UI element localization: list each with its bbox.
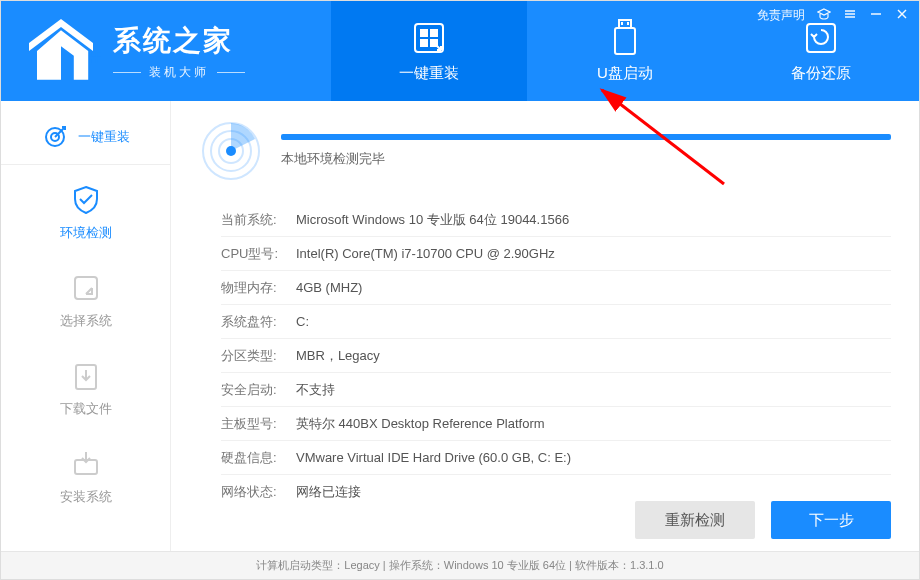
info-row: 安全启动:不支持 — [221, 373, 891, 407]
svg-rect-8 — [430, 29, 438, 37]
info-row: 分区类型:MBR，Legacy — [221, 339, 891, 373]
tab-label: 备份还原 — [791, 64, 851, 83]
progress-row: 本地环境检测完毕 — [199, 119, 891, 183]
svg-rect-24 — [75, 277, 97, 299]
app-window: 系统之家 装机大师 一键重装 U盘启动 — [0, 0, 920, 580]
sidebar-item-label: 安装系统 — [60, 488, 112, 506]
body: 一键重装 环境检测 选择系统 下载文件 安装系统 — [1, 101, 919, 551]
tab-label: U盘启动 — [597, 64, 653, 83]
info-value: 英特尔 440BX Desktop Reference Platform — [296, 415, 545, 433]
svg-rect-15 — [807, 24, 835, 52]
action-buttons: 重新检测 下一步 — [635, 501, 891, 539]
info-label: 主板型号: — [221, 415, 296, 433]
info-label: 安全启动: — [221, 381, 296, 399]
app-subtitle-wrap: 装机大师 — [113, 64, 245, 81]
next-button[interactable]: 下一步 — [771, 501, 891, 539]
sidebar-item-reinstall[interactable]: 一键重装 — [1, 109, 170, 165]
info-value: VMware Virtual IDE Hard Drive (60.0 GB, … — [296, 450, 571, 465]
sidebar-item-label: 一键重装 — [78, 128, 130, 146]
backup-restore-icon — [803, 20, 839, 56]
info-label: 物理内存: — [221, 279, 296, 297]
info-label: 硬盘信息: — [221, 449, 296, 467]
sidebar-item-label: 环境检测 — [60, 224, 112, 242]
info-value: 不支持 — [296, 381, 335, 399]
app-title: 系统之家 — [113, 22, 245, 60]
info-label: 当前系统: — [221, 211, 296, 229]
footer-status: 计算机启动类型：Legacy | 操作系统：Windows 10 专业版 64位… — [1, 551, 919, 579]
sidebar: 一键重装 环境检测 选择系统 下载文件 安装系统 — [1, 101, 171, 551]
header: 系统之家 装机大师 一键重装 U盘启动 — [1, 1, 919, 101]
disclaimer-link[interactable]: 免责声明 — [757, 7, 805, 24]
svg-rect-3 — [98, 53, 101, 57]
sidebar-item-download[interactable]: 下载文件 — [1, 345, 170, 433]
svg-rect-7 — [420, 29, 428, 37]
info-row: 物理内存:4GB (MHZ) — [221, 271, 891, 305]
sidebar-item-install[interactable]: 安装系统 — [1, 433, 170, 521]
info-value: Intel(R) Core(TM) i7-10700 CPU @ 2.90GHz — [296, 246, 555, 261]
info-label: 分区类型: — [221, 347, 296, 365]
sidebar-item-label: 选择系统 — [60, 312, 112, 330]
logo-text: 系统之家 装机大师 — [113, 22, 245, 81]
usb-drive-icon — [607, 20, 643, 56]
info-row: 系统盘符:C: — [221, 305, 891, 339]
main-panel: 本地环境检测完毕 当前系统:Microsoft Windows 10 专业版 6… — [171, 101, 919, 551]
progress-label: 本地环境检测完毕 — [281, 150, 891, 168]
windows-cursor-icon — [411, 20, 447, 56]
menu-icon[interactable] — [843, 7, 857, 24]
info-row: 主板型号:英特尔 440BX Desktop Reference Platfor… — [221, 407, 891, 441]
window-controls: 免责声明 — [757, 7, 909, 24]
download-icon — [70, 360, 102, 392]
info-label: CPU型号: — [221, 245, 296, 263]
radar-icon — [199, 119, 263, 183]
info-label: 网络状态: — [221, 483, 296, 501]
svg-rect-13 — [621, 22, 623, 25]
info-value: 网络已连接 — [296, 483, 361, 501]
info-value: MBR，Legacy — [296, 347, 380, 365]
select-os-icon — [70, 272, 102, 304]
svg-rect-2 — [91, 53, 95, 57]
install-icon — [70, 448, 102, 480]
sidebar-item-env-check[interactable]: 环境检测 — [1, 169, 170, 257]
info-row: 硬盘信息:VMware Virtual IDE Hard Drive (60.0… — [221, 441, 891, 475]
recheck-button[interactable]: 重新检测 — [635, 501, 755, 539]
progress-bar — [281, 134, 891, 140]
shield-check-icon — [70, 184, 102, 216]
graduate-icon[interactable] — [817, 7, 831, 24]
info-value: C: — [296, 314, 309, 329]
svg-rect-12 — [615, 28, 635, 54]
tab-label: 一键重装 — [399, 64, 459, 83]
info-row: CPU型号:Intel(R) Core(TM) i7-10700 CPU @ 2… — [221, 237, 891, 271]
svg-rect-9 — [420, 39, 428, 47]
tab-usb-boot[interactable]: U盘启动 — [527, 1, 723, 101]
tab-reinstall[interactable]: 一键重装 — [331, 1, 527, 101]
svg-rect-4 — [91, 59, 95, 63]
info-value: Microsoft Windows 10 专业版 64位 19044.1566 — [296, 211, 569, 229]
sidebar-item-select-os[interactable]: 选择系统 — [1, 257, 170, 345]
info-row: 当前系统:Microsoft Windows 10 专业版 64位 19044.… — [221, 203, 891, 237]
app-subtitle: 装机大师 — [149, 64, 209, 81]
target-icon — [42, 124, 68, 150]
sidebar-item-label: 下载文件 — [60, 400, 112, 418]
info-label: 系统盘符: — [221, 313, 296, 331]
svg-rect-11 — [619, 20, 631, 28]
info-value: 4GB (MHZ) — [296, 280, 362, 295]
close-icon[interactable] — [895, 7, 909, 24]
logo-area: 系统之家 装机大师 — [1, 1, 331, 101]
svg-rect-5 — [98, 59, 101, 63]
minimize-icon[interactable] — [869, 7, 883, 24]
svg-rect-14 — [627, 22, 629, 25]
progress-col: 本地环境检测完毕 — [281, 134, 891, 168]
system-info-list: 当前系统:Microsoft Windows 10 专业版 64位 19044.… — [221, 203, 891, 509]
house-logo-icon — [21, 11, 101, 91]
